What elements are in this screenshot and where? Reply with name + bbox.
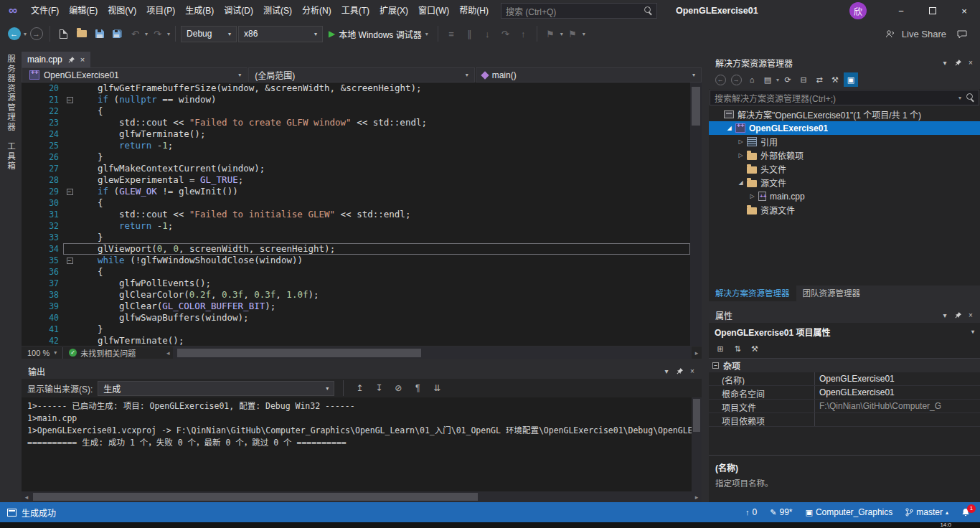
property-row[interactable]: 根命名空间OpenGLExercise01 [709,386,980,400]
scroll-right-icon[interactable]: ▸ [692,349,702,357]
side-tab[interactable]: 服务器资源管理器 [5,55,17,132]
save-button[interactable] [91,25,108,42]
pin-icon[interactable] [951,309,964,321]
chevron-down-icon[interactable]: ▾ [958,95,961,101]
code-line[interactable]: 37glfwPollEvents(); [22,278,690,289]
scrollbar-thumb[interactable] [177,349,421,357]
code-line[interactable]: 22{ [22,105,690,117]
flag-caret-icon[interactable]: ▾ [560,31,563,37]
output-body[interactable]: 1>------ 已启动生成: 项目: OpenGLExercise01, 配置… [22,397,702,491]
fold-marker-icon[interactable]: − [63,186,76,197]
menu-item[interactable]: 扩展(X) [374,6,413,16]
window-position-icon[interactable]: ▾ [938,57,951,68]
tree-item[interactable]: 头文件 [709,162,980,176]
user-avatar[interactable]: 欣 [849,2,867,19]
fold-marker-icon[interactable]: − [63,94,76,105]
code-line[interactable]: 39glClear(GL_COLOR_BUFFER_BIT); [22,301,690,312]
tree-item[interactable]: ◢源文件 [709,176,980,189]
breadcrumb-project-dropdown[interactable]: OpenGLExercise01 ▾ [22,67,248,82]
properties-header[interactable]: 属性 ▾ × [709,307,980,323]
scrollbar-track[interactable] [173,346,692,359]
code-line[interactable]: 27glfwMakeContextCurrent(window); [22,163,690,174]
code-line[interactable]: 20glfwGetFramebufferSize(window, &screen… [22,82,690,94]
close-button[interactable]: × [948,0,980,22]
code-line[interactable]: 29−if (GLEW_OK != glewInit()) [22,186,690,197]
menu-item[interactable]: 测试(S) [258,6,297,16]
property-pages-button[interactable]: ⚒ [748,342,762,357]
side-tab[interactable]: 工具箱 [5,142,17,171]
scrollbar-thumb[interactable] [33,493,478,501]
pin-icon[interactable] [673,365,686,377]
property-category-row[interactable]: − 杂项 [709,359,980,372]
code-line[interactable]: 38glClearColor(0.2f, 0.3f, 0.3f, 1.0f); [22,289,690,301]
code-line[interactable]: 24glfwTerminate(); [22,128,690,140]
se-back-button[interactable]: ← [713,72,727,87]
output-horizontal-scrollbar[interactable]: ◂ ▸ [22,491,702,502]
properties-button[interactable]: ⚒ [828,72,842,87]
undo-button[interactable]: ↶ [127,25,143,42]
switch-views-caret-icon[interactable]: ▾ [776,77,779,83]
code-line[interactable]: 23std::cout << "Failed to create GLFW wi… [22,117,690,128]
tree-item[interactable]: ◢OpenGLExercise01 [709,121,980,135]
feedback-button[interactable] [953,25,970,42]
code-lines[interactable]: 20glfwGetFramebufferSize(window, &screen… [22,82,690,346]
code-editor[interactable]: 20glfwGetFramebufferSize(window, &screen… [22,82,702,346]
sync-with-active-document-button[interactable]: ⇄ [812,72,826,87]
live-share-button[interactable]: Live Share [885,25,946,42]
scrollbar-thumb[interactable] [693,399,700,432]
solution-explorer-header[interactable]: 解决方案资源管理器 ▾ × [709,55,980,70]
menu-item[interactable]: 调试(D) [219,6,258,16]
code-line[interactable]: 26} [22,151,690,163]
quick-search-box[interactable]: 搜索 (Ctrl+Q) [501,3,657,19]
branch-selector[interactable]: master ▴ [905,507,948,517]
pending-edits[interactable]: ✎ 99* [770,507,792,517]
code-line[interactable]: 25return -1; [22,140,690,151]
categorized-view-button[interactable]: ⊞ [713,342,727,357]
tool-window-tab[interactable]: 解决方案资源管理器 [709,286,796,301]
autoscroll-button[interactable]: ⇊ [430,381,444,395]
minimize-button[interactable]: − [885,0,917,22]
document-health-indicator[interactable]: ✓ 未找到相关问题 [62,347,141,359]
menu-item[interactable]: 视图(V) [103,6,141,16]
expander-open-icon[interactable]: ◢ [725,125,734,131]
close-icon[interactable]: × [686,365,699,377]
menu-item[interactable]: 工具(T) [336,6,374,16]
notifications-bell[interactable]: 1 [961,508,970,517]
tab-close-icon[interactable]: × [80,55,85,64]
close-icon[interactable]: × [964,309,977,321]
clear-all-button[interactable]: ⊘ [391,381,405,395]
menu-item[interactable]: 生成(B) [180,6,219,16]
menu-item[interactable]: 项目(P) [141,6,180,16]
expander-closed-icon[interactable]: ▷ [736,138,745,145]
code-line[interactable]: 34glViewport(0, 0, screenWidth, screenHe… [22,243,690,255]
back-caret-icon[interactable]: ▾ [24,31,27,37]
property-row[interactable]: 项目依赖项 [709,413,980,427]
breadcrumb-member-dropdown[interactable]: main() ▾ [476,67,702,82]
scroll-left-icon[interactable]: ◂ [22,494,32,501]
breadcrumb-scope-dropdown[interactable]: (全局范围) ▾ [248,67,474,82]
property-row[interactable]: (名称)OpenGLExercise01 [709,372,980,386]
code-line[interactable]: 31std::cout << "Failed to initialise GLE… [22,209,690,220]
step-into-button[interactable]: ↓ [479,25,496,42]
preview-selected-items-button[interactable]: ▣ [844,72,858,87]
fold-marker-icon[interactable]: − [63,255,76,266]
step-over-button[interactable]: ↷ [497,25,514,42]
word-wrap-button[interactable]: ¶ [410,381,425,395]
code-line[interactable]: 35−while (!glfwWindowShouldClose(window)… [22,255,690,266]
output-vertical-scrollbar[interactable] [692,397,702,491]
pin-icon[interactable] [67,56,75,64]
property-row[interactable]: 项目文件F:\QinNian\GitHub\Computer_G [709,400,980,413]
previous-message-button[interactable]: ↥ [352,381,367,395]
expander-closed-icon[interactable]: ▷ [748,193,757,199]
editor-horizontal-scrollbar[interactable]: ◂ ▸ [163,346,702,359]
output-header[interactable]: 输出 ▾ × [22,363,702,379]
output-text[interactable]: 1>------ 已启动生成: 项目: OpenGLExercise01, 配置… [22,397,702,452]
code-line[interactable]: 41} [22,324,690,335]
code-line[interactable]: 40glfwSwapBuffers(window); [22,312,690,324]
open-file-button[interactable] [73,25,90,42]
switch-views-button[interactable]: ▤ [760,72,775,87]
maximize-button[interactable] [917,0,948,22]
next-message-button[interactable]: ↧ [372,381,386,395]
pin-icon[interactable] [951,57,964,68]
break-all-button[interactable]: ∥ [461,25,478,42]
